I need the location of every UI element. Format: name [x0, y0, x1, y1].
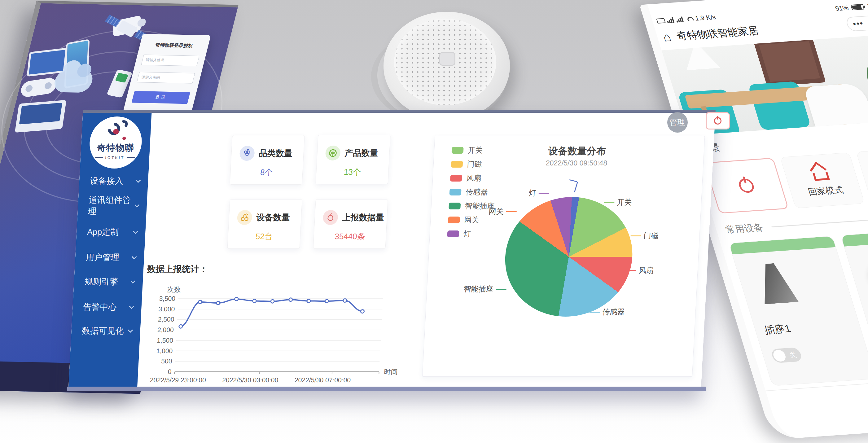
stat-card-devices: 设备数量 52台 [227, 199, 302, 249]
sidebar-item-comm-components[interactable]: 通讯组件管理 [78, 198, 147, 213]
svg-text:2022/5/30 03:00:00: 2022/5/30 03:00:00 [222, 376, 278, 383]
home-icon[interactable]: ⌂ [661, 30, 673, 44]
power-scene-card[interactable] [704, 158, 789, 214]
window-bottom-edge [67, 387, 706, 391]
svg-text:时间: 时间 [384, 368, 398, 376]
sidebar-item-user-mgmt[interactable]: 用户管理 [75, 250, 144, 264]
pie-label-sensor: 传感器 [589, 307, 625, 317]
logo-mark-icon [106, 121, 127, 141]
legend-item[interactable]: 传感器 [449, 187, 496, 197]
common-devices-title: 常用设备 [724, 221, 765, 236]
stat-value: 35440条 [314, 231, 386, 242]
legend-item[interactable]: 门磁 [451, 159, 497, 169]
wifi-icon [687, 17, 694, 21]
pie-label-smart-socket: 智能插座 [463, 284, 507, 294]
chevron-down-icon [130, 278, 136, 283]
brand-logo: 奇特物聯 IOTKIT [88, 117, 143, 168]
legend-swatch [451, 161, 463, 167]
svg-text:2022/5/29 23:00:00: 2022/5/29 23:00:00 [150, 376, 206, 383]
cherries-icon [237, 210, 253, 225]
chevron-down-icon [132, 254, 137, 259]
power-icon [714, 117, 721, 125]
signal-icon [675, 17, 684, 22]
stat-card-products: 产品数量 13个 [315, 135, 390, 184]
chevron-down-icon [133, 229, 138, 234]
line-chart-title: 数据上报统计： [147, 263, 208, 275]
net-speed: 1.9 K/s [694, 13, 716, 22]
pie-label-gateway: 网关 [489, 207, 517, 217]
legend-swatch [450, 175, 462, 182]
legend-swatch [448, 202, 461, 210]
chevron-down-icon [136, 178, 141, 183]
battery-percent: 91% [834, 4, 849, 12]
sidebar-item-alert-center[interactable]: 告警中心 [72, 300, 142, 314]
device-card-socket[interactable]: 插座1 关 [728, 236, 868, 386]
miniprogram-capsule: ••• ◉ [845, 14, 868, 32]
pie-chart-subtitle: 2022/5/30 09:50:48 [503, 159, 649, 167]
home-mode-card[interactable]: 回家模式 [780, 152, 865, 209]
laptop-illustration-icon [15, 100, 67, 133]
stat-title: 设备数量 [256, 212, 290, 223]
stat-value: 13个 [316, 167, 389, 178]
password-input[interactable] [136, 72, 195, 84]
composite-stage: 奇特物联登录授权 登录 1.9 K/s 91% 12:08 ⌂ [0, 0, 868, 443]
legend-item[interactable]: 智能插座 [448, 201, 495, 211]
pie-legend: 开关 门磁 风扇 传感器 智能插座 网关 灯 [447, 145, 498, 239]
legend-item[interactable]: 网关 [448, 215, 494, 225]
white-chair-shape [803, 83, 868, 129]
legend-swatch [448, 217, 460, 223]
legend-swatch [452, 147, 464, 154]
power-icon [737, 178, 756, 193]
chevron-down-icon [129, 304, 134, 309]
account-input[interactable] [141, 55, 199, 66]
svg-text:1,000: 1,000 [156, 347, 173, 354]
window-top-edge [83, 110, 716, 113]
device-distribution-pie [502, 197, 636, 317]
mode-label: 回家模式 [807, 184, 845, 198]
pie-label-fan: 风扇 [625, 265, 654, 276]
svg-text:0: 0 [167, 368, 172, 375]
legend-item[interactable]: 风扇 [450, 173, 497, 183]
svg-text:2,000: 2,000 [157, 326, 174, 333]
more-button[interactable]: ••• [851, 19, 865, 29]
scene-manage-button[interactable]: 管理 [667, 112, 688, 133]
legend-swatch [449, 189, 461, 195]
sidebar-item-app-custom[interactable]: App定制 [76, 225, 146, 239]
device-toggle[interactable]: 关 [770, 347, 803, 363]
pie-label-switch: 开关 [603, 197, 632, 207]
power-scene-card-front[interactable] [706, 112, 730, 129]
lime-icon [325, 146, 341, 160]
sidebar-item-rule-engine[interactable]: 规则引擎 [74, 275, 143, 289]
signal-icon [666, 17, 674, 23]
header-divider [771, 214, 868, 227]
svg-text:3,500: 3,500 [159, 295, 176, 302]
sidebar: 奇特物聯 IOTKIT 设备接入 通讯组件管理 App定制 用户管理 规则引擎 [68, 113, 152, 387]
gateway-photo [860, 249, 868, 303]
chevron-down-icon [134, 202, 140, 208]
chevron-down-icon [128, 327, 133, 333]
stat-title: 品类数量 [259, 148, 293, 159]
legend-item[interactable]: 开关 [451, 145, 498, 155]
admin-dashboard-panel: 奇特物聯 IOTKIT 设备接入 通讯组件管理 App定制 用户管理 规则引擎 [68, 110, 716, 391]
svg-text:次数: 次数 [167, 286, 181, 293]
wall-art-shape [753, 37, 826, 86]
svg-text:1,500: 1,500 [157, 337, 174, 344]
svg-text:2022/5/30 07:00:00: 2022/5/30 07:00:00 [294, 376, 351, 383]
svg-text:3,000: 3,000 [158, 306, 175, 313]
sidebar-item-data-visualization[interactable]: 数据可见化 [71, 324, 140, 338]
stat-card-reported-data: 上报数据量 35440条 [313, 199, 388, 249]
stat-title: 产品数量 [344, 148, 378, 159]
clock-time: 12:08 [866, 2, 868, 10]
svg-text:2,500: 2,500 [158, 316, 175, 323]
smart-gateway-device-image [382, 12, 510, 121]
sim-icon [656, 18, 666, 24]
pear-icon [323, 210, 339, 225]
sidebar-item-device-access[interactable]: 设备接入 [79, 174, 148, 188]
brand-name: 奇特物聯 [96, 142, 134, 154]
battery-icon [851, 4, 865, 10]
login-button[interactable]: 登录 [132, 91, 190, 104]
svg-text:500: 500 [161, 357, 172, 365]
legend-item[interactable]: 灯 [447, 229, 494, 239]
stat-value: 52台 [228, 231, 301, 242]
pie-chart-card: 设备数量分布 2022/5/30 09:50:48 开关 门磁 风扇 传感器 智… [422, 136, 705, 377]
